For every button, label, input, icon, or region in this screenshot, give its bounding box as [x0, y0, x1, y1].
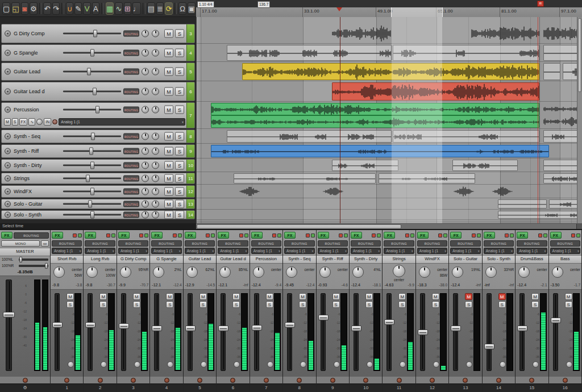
mute-button[interactable]: M	[232, 293, 240, 300]
grouping-toggle[interactable]: ▦	[106, 2, 114, 15]
solo-button[interactable]: S	[565, 301, 572, 308]
record-arm-button[interactable]	[5, 89, 11, 95]
mixer-strip[interactable]: FXROUTINGAnalog 1 (1WindFXcenter86W-18.3…	[416, 230, 449, 392]
record-arm-button[interactable]	[264, 378, 269, 383]
docker-toggle[interactable]: ▣	[188, 2, 196, 15]
solo-button[interactable]: S	[531, 301, 539, 308]
master-strip[interactable]: FXROUTINGMONO▭MASTER100%L100%R-8.35dB60-…	[0, 230, 51, 392]
mixer-strip[interactable]: FXROUTINGAnalog 1 (1Guitar Lead d85%L-12…	[217, 230, 250, 392]
mixer-strip[interactable]: FXROUTINGAnalog 1 (1Synth - Riffcenter-0…	[317, 230, 350, 392]
track-volume-fader[interactable]	[63, 30, 121, 37]
mixer-strip[interactable]: FXROUTINGAnalog 1 (1Long Rvbcenter100W-9…	[84, 230, 117, 392]
solo-indicator[interactable]	[477, 233, 481, 237]
routing-button[interactable]: ROUTING	[123, 107, 139, 113]
trim-knob[interactable]	[101, 361, 107, 368]
mute-button[interactable]: M	[398, 293, 406, 300]
mute-button[interactable]: M	[299, 293, 306, 300]
volume-fader-handle[interactable]	[252, 325, 262, 331]
routing-button[interactable]: ROUTING	[118, 240, 148, 247]
marker-flag[interactable]: R	[537, 1, 544, 7]
pan-knob[interactable]	[53, 266, 65, 278]
fx-button[interactable]: FX	[251, 232, 263, 239]
master-pan-slider[interactable]: 100%R	[0, 262, 50, 269]
fader-handle[interactable]	[90, 188, 94, 195]
mixer-strip[interactable]: FXROUTINGAnalog 1 (1Drum&Basscenter-12.4…	[516, 230, 548, 392]
record-arm-button[interactable]	[23, 378, 28, 383]
pan-knob[interactable]	[142, 188, 149, 195]
record-arm-button[interactable]	[131, 378, 136, 383]
pan-knob[interactable]	[552, 266, 563, 278]
record-arm-button[interactable]	[496, 378, 501, 383]
routing-button[interactable]: ROUTING	[123, 176, 139, 182]
width-knob[interactable]	[152, 106, 159, 114]
track-volume-fader[interactable]	[63, 162, 121, 169]
trim-knob[interactable]	[267, 361, 273, 368]
mute-indicator[interactable]	[405, 233, 409, 237]
mute-indicator[interactable]	[173, 233, 177, 237]
routing-button[interactable]: ROUTING	[318, 240, 348, 247]
mute-button[interactable]: M	[164, 132, 173, 141]
solo-button[interactable]: S	[175, 147, 184, 156]
media-item[interactable]	[242, 63, 539, 80]
width-knob[interactable]	[152, 211, 159, 219]
track-volume-fader[interactable]	[63, 49, 121, 57]
trim-knob[interactable]	[167, 361, 173, 368]
solo-button[interactable]: S	[175, 87, 184, 96]
envelope-icon[interactable]: ∿	[28, 118, 35, 126]
solo-indicator[interactable]	[576, 233, 580, 237]
solo-indicator[interactable]	[543, 233, 547, 237]
routing-button[interactable]: ROUTING	[384, 240, 414, 247]
horizontal-scrollbar-thumb[interactable]	[197, 224, 401, 229]
save-project-button[interactable]: ◙	[21, 2, 28, 15]
media-item[interactable]	[239, 186, 260, 197]
media-item[interactable]	[332, 160, 398, 171]
width-knob[interactable]	[152, 68, 159, 76]
mute-indicator[interactable]	[272, 233, 276, 237]
output-selector[interactable]: Analog 1 (1	[85, 248, 115, 254]
redo-button[interactable]: ↷	[52, 2, 60, 15]
track-volume-fader[interactable]	[63, 211, 121, 219]
routing-button[interactable]: ROUTING	[517, 240, 547, 247]
snap-toggle[interactable]: ∪	[66, 2, 73, 15]
solo-indicator[interactable]	[377, 233, 381, 237]
trim-knob[interactable]	[500, 361, 506, 368]
routing-button[interactable]: ROUTING	[123, 148, 139, 155]
solo-button[interactable]: S	[175, 132, 184, 141]
pan-knob[interactable]	[253, 266, 264, 278]
track-volume-fader[interactable]	[63, 88, 121, 95]
output-selector[interactable]: Analog 1 (1	[450, 248, 480, 254]
mixer-strip[interactable]: FXROUTINGAnalog 1 (1Solo - Synth33%R-inf…	[483, 230, 516, 392]
routing-button[interactable]: ROUTING	[123, 134, 139, 140]
solo-button[interactable]: S	[432, 301, 439, 308]
lock-toggle[interactable]: Ω	[178, 2, 186, 15]
solo-button[interactable]: S	[175, 49, 184, 57]
mute-indicator[interactable]	[339, 233, 343, 237]
pan-knob[interactable]	[142, 201, 149, 208]
mute-button[interactable]: M	[164, 187, 173, 196]
output-selector[interactable]: Analog 1 (1	[517, 248, 547, 254]
mute-indicator[interactable]	[538, 233, 542, 237]
mute-button[interactable]: M	[99, 293, 107, 300]
solo-indicator[interactable]	[410, 233, 414, 237]
routing-button[interactable]: ROUTING	[123, 89, 139, 95]
edit-cursor-marker[interactable]	[336, 7, 342, 11]
mixer-strip[interactable]: FXROUTINGAnalog 1 (1Stringscenter-4.63-9…	[383, 230, 415, 392]
record-arm-button[interactable]	[463, 378, 468, 383]
timeline-ruler[interactable]: 1.10 4/4136.7R17.1.0033.1.0049.1.0065.1.…	[196, 0, 582, 18]
routing-button[interactable]: ROUTING	[52, 240, 82, 247]
arrange-view[interactable]	[196, 17, 582, 223]
mute-button[interactable]: M	[4, 118, 11, 126]
fx-button[interactable]: FX	[318, 232, 329, 239]
mute-button[interactable]: M	[164, 161, 173, 170]
media-item[interactable]	[227, 130, 392, 143]
fader-handle[interactable]	[88, 201, 92, 208]
media-item[interactable]	[452, 160, 518, 171]
track-volume-fader[interactable]	[63, 201, 121, 208]
mute-button[interactable]: M	[164, 30, 173, 38]
record-arm-button[interactable]	[563, 378, 568, 383]
fx-button[interactable]: FX	[450, 232, 462, 239]
routing-button[interactable]: ROUTING	[123, 69, 139, 75]
fx-button[interactable]: FX	[218, 232, 229, 239]
fx-button[interactable]: FX	[384, 232, 395, 239]
volume-fader-handle[interactable]	[484, 344, 494, 349]
